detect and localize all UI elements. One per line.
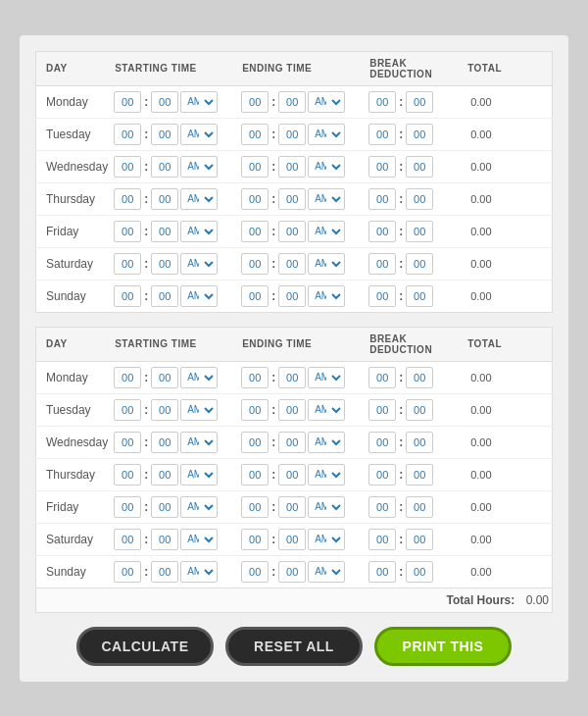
break-min-input[interactable]: [406, 561, 433, 583]
end-hour-input[interactable]: [241, 188, 269, 210]
start-hour-input[interactable]: [114, 188, 141, 210]
break-min-input[interactable]: [406, 399, 433, 421]
end-min-input[interactable]: [278, 221, 306, 242]
start-min-input[interactable]: [151, 285, 178, 307]
start-ampm-select[interactable]: AM PM: [180, 221, 218, 242]
start-ampm-select[interactable]: AM PM: [180, 285, 218, 307]
end-min-input[interactable]: [278, 285, 306, 307]
break-hour-input[interactable]: [368, 124, 396, 145]
break-hour-input[interactable]: [368, 529, 396, 550]
end-ampm-select[interactable]: AM PM: [308, 221, 345, 242]
start-min-input[interactable]: [151, 91, 178, 113]
end-ampm-select[interactable]: AM PM: [308, 188, 345, 210]
start-min-input[interactable]: [151, 221, 178, 242]
start-ampm-select[interactable]: AM PM: [180, 91, 218, 113]
break-hour-input[interactable]: [368, 91, 396, 113]
end-ampm-select[interactable]: AM PM: [308, 367, 345, 388]
break-hour-input[interactable]: [368, 156, 396, 178]
start-min-input[interactable]: [151, 253, 178, 275]
start-ampm-select[interactable]: AM PM: [180, 156, 218, 178]
end-hour-input[interactable]: [241, 124, 269, 145]
end-hour-input[interactable]: [241, 221, 269, 242]
break-min-input[interactable]: [406, 496, 433, 518]
end-ampm-select[interactable]: AM PM: [308, 124, 345, 145]
break-min-input[interactable]: [406, 432, 433, 453]
end-hour-input[interactable]: [241, 253, 269, 275]
end-hour-input[interactable]: [241, 432, 269, 453]
end-hour-input[interactable]: [241, 529, 269, 550]
break-hour-input[interactable]: [368, 432, 396, 453]
start-hour-input[interactable]: [114, 399, 141, 421]
end-ampm-select[interactable]: AM PM: [308, 432, 345, 453]
start-ampm-select[interactable]: AM PM: [180, 253, 218, 275]
start-ampm-select[interactable]: AM PM: [180, 464, 218, 486]
break-min-input[interactable]: [406, 91, 433, 113]
end-ampm-select[interactable]: AM PM: [308, 156, 345, 178]
break-hour-input[interactable]: [368, 399, 396, 421]
start-min-input[interactable]: [151, 561, 178, 583]
break-min-input[interactable]: [406, 464, 433, 486]
start-min-input[interactable]: [151, 367, 178, 388]
start-min-input[interactable]: [151, 399, 178, 421]
end-min-input[interactable]: [278, 156, 306, 178]
start-ampm-select[interactable]: AM PM: [180, 399, 218, 421]
end-min-input[interactable]: [278, 529, 306, 550]
end-min-input[interactable]: [278, 367, 306, 388]
end-hour-input[interactable]: [241, 367, 269, 388]
start-min-input[interactable]: [151, 432, 178, 453]
end-ampm-select[interactable]: AM PM: [308, 91, 345, 113]
break-hour-input[interactable]: [368, 188, 396, 210]
start-hour-input[interactable]: [114, 156, 141, 178]
start-ampm-select[interactable]: AM PM: [180, 188, 218, 210]
start-ampm-select[interactable]: AM PM: [180, 367, 218, 388]
reset-button[interactable]: RESET ALL: [225, 627, 363, 666]
start-min-input[interactable]: [151, 529, 178, 550]
start-ampm-select[interactable]: AM PM: [180, 496, 218, 518]
start-min-input[interactable]: [151, 496, 178, 518]
break-min-input[interactable]: [406, 221, 433, 242]
end-min-input[interactable]: [278, 399, 306, 421]
break-hour-input[interactable]: [368, 253, 396, 275]
start-min-input[interactable]: [151, 156, 178, 178]
end-hour-input[interactable]: [241, 156, 269, 178]
break-min-input[interactable]: [406, 188, 433, 210]
end-min-input[interactable]: [278, 561, 306, 583]
end-ampm-select[interactable]: AM PM: [308, 285, 345, 307]
start-hour-input[interactable]: [114, 367, 141, 388]
start-hour-input[interactable]: [114, 432, 141, 453]
end-min-input[interactable]: [278, 464, 306, 486]
end-min-input[interactable]: [278, 188, 306, 210]
start-hour-input[interactable]: [114, 253, 141, 275]
break-min-input[interactable]: [406, 253, 433, 275]
end-hour-input[interactable]: [241, 496, 269, 518]
end-hour-input[interactable]: [241, 561, 269, 583]
end-min-input[interactable]: [278, 432, 306, 453]
start-hour-input[interactable]: [114, 496, 141, 518]
break-min-input[interactable]: [406, 285, 433, 307]
break-hour-input[interactable]: [368, 464, 396, 486]
start-min-input[interactable]: [151, 188, 178, 210]
print-button[interactable]: PRINT THIS: [374, 627, 512, 666]
end-ampm-select[interactable]: AM PM: [308, 464, 345, 486]
calculate-button[interactable]: CALCULATE: [76, 627, 214, 666]
start-ampm-select[interactable]: AM PM: [180, 529, 218, 550]
end-ampm-select[interactable]: AM PM: [308, 399, 345, 421]
break-hour-input[interactable]: [368, 496, 396, 518]
start-hour-input[interactable]: [114, 221, 141, 242]
start-min-input[interactable]: [151, 124, 178, 145]
start-hour-input[interactable]: [114, 124, 141, 145]
break-hour-input[interactable]: [368, 561, 396, 583]
start-ampm-select[interactable]: AM PM: [180, 124, 218, 145]
start-hour-input[interactable]: [114, 464, 141, 486]
start-ampm-select[interactable]: AM PM: [180, 561, 218, 583]
end-min-input[interactable]: [278, 253, 306, 275]
start-hour-input[interactable]: [114, 561, 141, 583]
break-min-input[interactable]: [406, 124, 433, 145]
break-min-input[interactable]: [406, 156, 433, 178]
end-ampm-select[interactable]: AM PM: [308, 253, 345, 275]
start-hour-input[interactable]: [114, 529, 141, 550]
end-hour-input[interactable]: [241, 464, 269, 486]
end-hour-input[interactable]: [241, 91, 269, 113]
end-ampm-select[interactable]: AM PM: [308, 561, 345, 583]
end-min-input[interactable]: [278, 124, 306, 145]
